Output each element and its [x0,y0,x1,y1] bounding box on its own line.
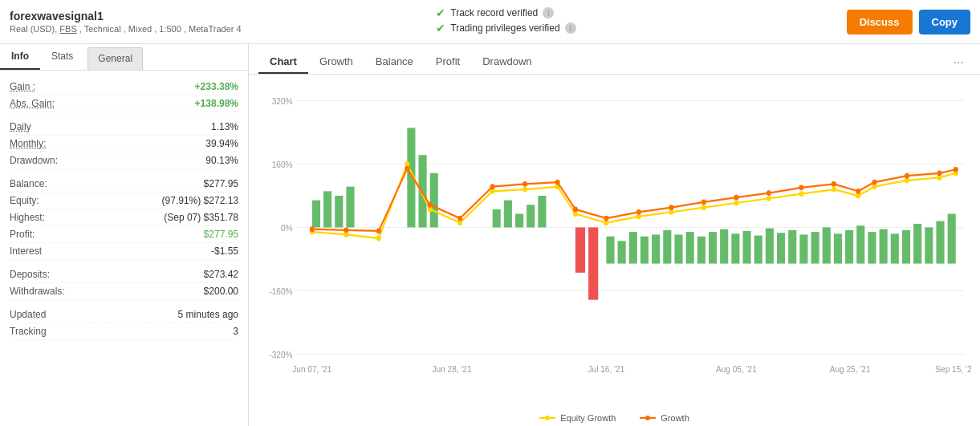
svg-text:Aug 25, '21: Aug 25, '21 [830,363,871,374]
stat-updated: Updated 5 minutes ago [10,306,238,323]
interest-label: Interest [10,245,42,257]
svg-text:Jun 28, '21: Jun 28, '21 [432,363,471,374]
svg-rect-42 [811,232,819,263]
discuss-button[interactable]: Discuss [847,10,913,34]
svg-text:-320%: -320% [269,349,293,359]
tab-stats[interactable]: Stats [40,44,84,70]
abs-gain-value: +138.98% [195,98,238,109]
svg-rect-30 [674,234,682,263]
svg-rect-52 [925,227,933,263]
svg-point-110 [645,416,650,420]
left-panel: Info Stats General Gain : +233.38% Abs. … [0,44,249,426]
main-content: Info Stats General Gain : +233.38% Abs. … [0,44,980,426]
app-container: forexwavesignal1 Real (USD), FBS , Techn… [0,0,980,426]
stat-balance: Balance: $277.95 [10,176,238,193]
balance-value: $277.95 [204,178,238,189]
svg-rect-51 [913,224,921,264]
svg-text:Sep 15, '21: Sep 15, '21 [935,363,972,374]
svg-point-83 [457,216,462,221]
highest-label: Highest: [10,212,45,223]
withdrawals-label: Withdrawals: [10,286,65,297]
svg-point-69 [734,201,738,206]
svg-rect-12 [312,201,320,228]
stat-equity: Equity: (97.91%) $272.13 [10,193,238,209]
equity-label: Equity: [10,195,39,206]
svg-point-57 [376,236,381,241]
drawdown-label: Drawdown: [10,155,58,166]
svg-rect-25 [618,241,626,263]
svg-rect-39 [777,233,785,263]
svg-rect-19 [493,209,501,228]
svg-rect-11 [588,227,598,299]
stat-abs-gain: Abs. Gain: +138.98% [10,95,238,112]
svg-rect-10 [575,227,585,272]
tab-general[interactable]: General [87,47,143,70]
equity-growth-label: Equity Growth [560,413,616,423]
svg-point-71 [799,191,803,197]
svg-point-93 [767,190,771,196]
chart-tab-drawdown[interactable]: Drawdown [471,51,543,74]
drawdown-value: 90.13% [205,155,238,166]
info-icon-2[interactable]: i [565,22,576,34]
svg-rect-44 [834,233,842,263]
svg-text:Jul 16, '21: Jul 16, '21 [588,363,624,374]
subtitle-fbs[interactable]: FBS [59,24,76,34]
abs-gain-label: Abs. Gain: [10,98,55,109]
chart-tab-growth[interactable]: Growth [308,51,364,74]
profit-value: $277.95 [204,229,238,240]
svg-text:320%: 320% [272,96,293,107]
equity-growth-line-icon [539,414,555,422]
tab-info[interactable]: Info [0,44,40,70]
svg-point-87 [573,207,578,213]
svg-rect-14 [335,196,343,227]
tracking-value: 3 [233,326,238,337]
chart-tabs: Chart Growth Balance Profit Drawdown ··· [249,44,980,75]
chart-tab-profit[interactable]: Profit [425,51,471,74]
chart-legend: Equity Growth Growth [249,408,980,426]
svg-text:160%: 160% [272,159,293,169]
deposits-label: Deposits: [10,269,50,280]
highest-value: (Sep 07) $351.78 [164,212,238,223]
daily-label: Daily [10,121,31,132]
svg-text:-160%: -160% [269,286,293,296]
left-tabs: Info Stats General [0,44,248,71]
growth-line-icon [640,414,656,422]
svg-text:Jun 07, '21: Jun 07, '21 [292,363,331,374]
info-icon-1[interactable]: i [543,7,554,18]
subtitle-real: Real (USD), [10,24,57,34]
deposits-value: $273.42 [204,269,238,280]
stat-deposits: Deposits: $273.42 [10,266,238,283]
more-options-icon[interactable]: ··· [947,52,970,73]
header: forexwavesignal1 Real (USD), FBS , Techn… [0,0,980,44]
legend-growth: Growth [640,413,689,423]
tracking-label: Tracking [10,326,47,337]
header-info: forexwavesignal1 Real (USD), FBS , Techn… [10,10,420,34]
chart-tab-chart[interactable]: Chart [258,51,308,74]
copy-button[interactable]: Copy [919,10,971,34]
svg-point-79 [344,227,348,233]
svg-point-108 [545,416,550,420]
svg-rect-33 [709,232,717,263]
svg-rect-15 [346,187,354,228]
svg-rect-53 [936,221,944,264]
chart-tab-balance[interactable]: Balance [364,51,425,74]
stats-panel: Gain : +233.38% Abs. Gain: +138.98% Dail… [0,71,248,426]
check-icon-2: ✔ [436,22,445,34]
svg-point-72 [832,187,836,193]
track-record-label: Track record verified [450,7,538,18]
subtitle-rest: , Technical , Mixed , 1:500 , MetaTrader… [79,24,242,34]
updated-label: Updated [10,309,46,320]
svg-rect-38 [766,229,774,264]
svg-point-85 [523,181,527,187]
interest-value: -$1.55 [211,245,238,257]
svg-point-94 [799,185,803,190]
svg-point-84 [490,184,495,189]
gain-value: +233.38% [195,81,238,92]
svg-point-89 [636,209,641,215]
svg-rect-13 [323,191,331,227]
track-record-badge: ✔ Track record verified i [436,6,554,19]
svg-rect-22 [527,205,535,227]
svg-point-81 [405,166,409,172]
account-title: forexwavesignal1 [10,10,420,22]
svg-text:Aug 05, '21: Aug 05, '21 [716,363,757,374]
